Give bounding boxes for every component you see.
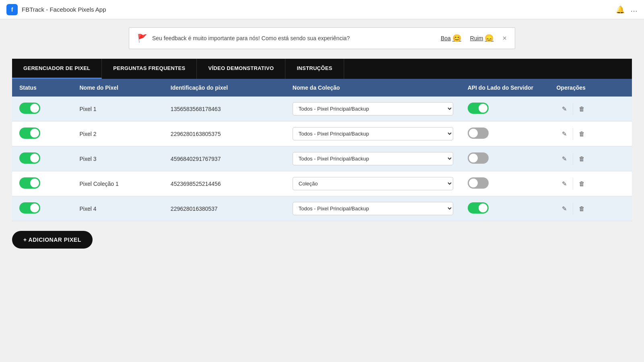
- status-cell-1: [12, 121, 72, 146]
- app-title: FBTrack - Facebook Pixels App: [22, 6, 106, 13]
- api-cell-3: [460, 171, 549, 196]
- ops-cell-3: ✎🗑: [549, 171, 632, 196]
- pixel-id-3: 4523698525214456: [163, 171, 285, 196]
- table-row: Pixel Coleção 14523698525214456Todos - P…: [12, 171, 632, 196]
- tab-instrucoes[interactable]: INSTRUÇÕES: [285, 59, 344, 79]
- ops-cell-0: ✎🗑: [549, 97, 632, 121]
- colecao-select-1[interactable]: Todos - Pixel Principal/BackupColeçãoPri…: [293, 127, 453, 140]
- table-row: Pixel 11356583568178463Todos - Pixel Pri…: [12, 97, 632, 121]
- pixel-table: Status Nome do Pixel Identificação do pi…: [12, 79, 632, 221]
- status-toggle-2[interactable]: [19, 152, 40, 164]
- top-bar: f FBTrack - Facebook Pixels App 🔔 …: [0, 0, 644, 19]
- table-header-row: Status Nome do Pixel Identificação do pi…: [12, 79, 632, 97]
- colecao-cell-2: Todos - Pixel Principal/BackupColeçãoPri…: [285, 146, 460, 171]
- edit-button-1[interactable]: ✎: [556, 128, 573, 140]
- status-cell-4: [12, 196, 72, 221]
- edit-button-2[interactable]: ✎: [556, 153, 573, 165]
- delete-button-3[interactable]: 🗑: [573, 178, 590, 189]
- pixel-name-2: Pixel 3: [72, 146, 163, 171]
- table-row: Pixel 4229628016380537Todos - Pixel Prin…: [12, 196, 632, 221]
- api-cell-1: [460, 121, 549, 146]
- feedback-close-icon[interactable]: ×: [502, 34, 507, 43]
- status-cell-0: [12, 97, 72, 121]
- th-api-servidor: API do Lado do Servidor: [460, 79, 549, 97]
- status-toggle-4[interactable]: [19, 202, 40, 214]
- colecao-select-0[interactable]: Todos - Pixel Principal/BackupColeçãoPri…: [293, 102, 453, 115]
- th-nome-pixel: Nome do Pixel: [72, 79, 163, 97]
- feedback-text: Seu feedback é muito importante para nós…: [152, 35, 436, 41]
- ruim-label: Ruim: [470, 35, 483, 41]
- th-id-pixel: Identificação do pixel: [163, 79, 285, 97]
- pixel-name-0: Pixel 1: [72, 97, 163, 121]
- table-row: Pixel 34596840291767937Todos - Pixel Pri…: [12, 146, 632, 171]
- pixel-id-2: 4596840291767937: [163, 146, 285, 171]
- logo-text: f: [11, 6, 13, 13]
- bell-icon[interactable]: 🔔: [616, 5, 625, 14]
- feedback-banner: 🚩 Seu feedback é muito importante para n…: [129, 27, 515, 49]
- status-cell-3: [12, 171, 72, 196]
- colecao-cell-3: Todos - Pixel Principal/BackupColeçãoPri…: [285, 171, 460, 196]
- th-status: Status: [12, 79, 72, 97]
- colecao-cell-4: Todos - Pixel Principal/BackupColeçãoPri…: [285, 196, 460, 221]
- pixel-id-4: 229628016380537: [163, 196, 285, 221]
- delete-button-2[interactable]: 🗑: [573, 153, 590, 165]
- api-toggle-0[interactable]: [468, 103, 489, 114]
- colecao-select-4[interactable]: Todos - Pixel Principal/BackupColeçãoPri…: [293, 202, 453, 215]
- status-cell-2: [12, 146, 72, 171]
- pixel-id-1: 2296280163805375: [163, 121, 285, 146]
- tab-gerenciador[interactable]: GERENCIADOR DE PIXEL: [12, 59, 102, 79]
- boa-emoji: 😊: [452, 34, 461, 43]
- th-nome-colecao: Nome da Coleção: [285, 79, 460, 97]
- api-cell-4: [460, 196, 549, 221]
- pixel-name-3: Pixel Coleção 1: [72, 171, 163, 196]
- pixel-table-wrapper: Status Nome do Pixel Identificação do pi…: [12, 79, 632, 221]
- pixel-name-4: Pixel 4: [72, 196, 163, 221]
- ruim-emoji: 😞: [485, 34, 493, 43]
- api-toggle-1[interactable]: [468, 128, 489, 139]
- tabs-bar: GERENCIADOR DE PIXEL PERGUNTAS FREQUENTE…: [12, 59, 632, 79]
- boa-label: Boa: [441, 35, 451, 41]
- ops-cell-2: ✎🗑: [549, 146, 632, 171]
- feedback-flag-icon: 🚩: [137, 33, 147, 43]
- app-logo: f: [6, 4, 18, 15]
- feedback-boa-link[interactable]: Boa 😊: [441, 34, 461, 43]
- add-pixel-button[interactable]: + ADICIONAR PIXEL: [12, 231, 93, 249]
- pixel-id-0: 1356583568178463: [163, 97, 285, 121]
- pixel-name-1: Pixel 2: [72, 121, 163, 146]
- delete-button-1[interactable]: 🗑: [573, 128, 590, 140]
- api-cell-2: [460, 146, 549, 171]
- api-toggle-4[interactable]: [468, 202, 489, 214]
- feedback-ruim-link[interactable]: Ruim 😞: [470, 34, 494, 43]
- table-row: Pixel 22296280163805375Todos - Pixel Pri…: [12, 121, 632, 146]
- edit-button-0[interactable]: ✎: [556, 103, 573, 115]
- api-toggle-2[interactable]: [468, 152, 489, 164]
- colecao-cell-1: Todos - Pixel Principal/BackupColeçãoPri…: [285, 121, 460, 146]
- main-content: 🚩 Seu feedback é muito importante para n…: [0, 19, 644, 257]
- edit-button-4[interactable]: ✎: [556, 203, 573, 215]
- tab-video[interactable]: VÍDEO DEMONSTRATIVO: [197, 59, 285, 79]
- more-icon[interactable]: …: [630, 5, 638, 14]
- colecao-select-3[interactable]: Todos - Pixel Principal/BackupColeçãoPri…: [293, 177, 453, 190]
- delete-button-0[interactable]: 🗑: [573, 103, 590, 115]
- edit-button-3[interactable]: ✎: [556, 178, 573, 190]
- ops-cell-4: ✎🗑: [549, 196, 632, 221]
- api-cell-0: [460, 97, 549, 121]
- colecao-select-2[interactable]: Todos - Pixel Principal/BackupColeçãoPri…: [293, 152, 453, 165]
- ops-cell-1: ✎🗑: [549, 121, 632, 146]
- th-operacoes: Operações: [549, 79, 632, 97]
- status-toggle-0[interactable]: [19, 103, 40, 114]
- tab-perguntas[interactable]: PERGUNTAS FREQUENTES: [102, 59, 197, 79]
- status-toggle-3[interactable]: [19, 177, 40, 189]
- colecao-cell-0: Todos - Pixel Principal/BackupColeçãoPri…: [285, 97, 460, 121]
- api-toggle-3[interactable]: [468, 177, 489, 189]
- top-bar-actions: 🔔 …: [616, 5, 638, 14]
- status-toggle-1[interactable]: [19, 128, 40, 139]
- delete-button-4[interactable]: 🗑: [573, 203, 590, 214]
